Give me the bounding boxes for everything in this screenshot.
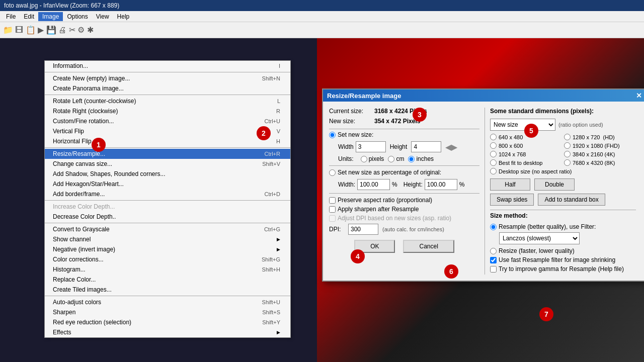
dialog-close-button[interactable]: ✕ bbox=[634, 92, 644, 100]
use-fast-checkbox[interactable] bbox=[490, 257, 497, 263]
dim-640x480-radio[interactable] bbox=[490, 134, 497, 140]
unit-pixels-label[interactable]: pixels bbox=[361, 155, 384, 162]
filter-dropdown[interactable]: Lanczos (slowest) bbox=[499, 232, 580, 244]
current-size-row: Current size: 3168 x 4224 Pixels bbox=[329, 108, 479, 115]
menu-file[interactable]: File bbox=[2, 12, 20, 21]
dim-grid: 640 x 480 644 x 362 (HD) 800 x 600 bbox=[490, 134, 636, 174]
resize-label: Resize (faster, lower quality) bbox=[499, 247, 575, 254]
unit-pixels-radio[interactable] bbox=[361, 156, 367, 162]
menu-change-canvas[interactable]: Change canvas size... Shift+V bbox=[45, 159, 290, 169]
menu-color-corrections[interactable]: Color corrections... Shift+G bbox=[45, 254, 290, 264]
dim-800x600[interactable]: 800 x 600 bbox=[490, 142, 562, 149]
menu-create-panorama[interactable]: Create Panorama image... bbox=[45, 83, 290, 94]
menu-decrease-color[interactable]: Decrease Color Depth.. bbox=[45, 212, 290, 222]
double-button[interactable]: Double bbox=[534, 178, 575, 191]
dim-best-fit[interactable]: Best fit to desktop bbox=[490, 159, 562, 166]
menu-options[interactable]: Options bbox=[63, 12, 92, 21]
menu-vertical-flip[interactable]: Vertical Flip V bbox=[45, 126, 290, 136]
badge-7: 7 bbox=[539, 307, 553, 321]
menu-image[interactable]: Image bbox=[38, 12, 63, 21]
ok-cancel-row: OK Cancel bbox=[329, 240, 479, 253]
resize-radio[interactable] bbox=[490, 248, 497, 254]
height-input[interactable] bbox=[411, 141, 441, 152]
width-input[interactable] bbox=[356, 141, 386, 152]
set-new-size-radio[interactable] bbox=[329, 132, 336, 138]
apply-sharpen-checkbox[interactable] bbox=[329, 206, 336, 213]
pct-width-input[interactable] bbox=[357, 179, 390, 190]
unit-cm-label[interactable]: cm bbox=[388, 155, 404, 162]
set-percentage-radio[interactable] bbox=[329, 169, 336, 176]
size-dropdown[interactable]: New size bbox=[490, 119, 555, 131]
menu-resize-resample[interactable]: Resize/Resample... Ctrl+R bbox=[45, 149, 290, 159]
resample-label: Resample (better quality), use Filter: bbox=[499, 223, 596, 230]
menu-effects[interactable]: Effects bbox=[45, 327, 290, 337]
dim-1024x768[interactable]: 1024 x 768 bbox=[490, 151, 562, 157]
dim-best-fit-radio[interactable] bbox=[490, 159, 497, 166]
dpi-input[interactable] bbox=[348, 224, 378, 235]
dim-7680x4320[interactable]: 7680 x 4320 (8K) bbox=[564, 159, 636, 166]
menu-custom-rotation[interactable]: Custom/Fine rotation... Ctrl+U bbox=[45, 116, 290, 126]
menu-convert-grayscale[interactable]: Convert to Grayscale Ctrl+G bbox=[45, 224, 290, 234]
dim-desktop-no-ratio[interactable]: Desktop size (no aspect ratio) bbox=[490, 168, 636, 174]
menu-red-eye[interactable]: Red eye reduction (selection) Shift+Y bbox=[45, 317, 290, 327]
menu-replace-color[interactable]: Replace Color... bbox=[45, 275, 290, 285]
menu-add-shadow[interactable]: Add Shadow, Shapes, Rounded corners... bbox=[45, 169, 290, 179]
menu-rotate-right[interactable]: Rotate Right (clockwise) R bbox=[45, 106, 290, 116]
half-button[interactable]: Half bbox=[490, 178, 530, 191]
menu-add-hexagon[interactable]: Add Hexagon/Star/Heart... bbox=[45, 179, 290, 189]
separator-1 bbox=[45, 72, 290, 72]
dim-1024x768-radio[interactable] bbox=[490, 151, 497, 157]
toolbar: 📁 🎞 📋 ▶ 💾 🖨 ✂ ⚙ ✱ bbox=[0, 22, 644, 38]
menu-negative[interactable]: Negative (invert image) bbox=[45, 244, 290, 254]
menu-view[interactable]: View bbox=[92, 12, 113, 21]
pct-height-input[interactable] bbox=[425, 179, 457, 190]
menu-auto-adjust[interactable]: Auto-adjust colors Shift+U bbox=[45, 297, 290, 307]
swap-sides-button[interactable]: Swap sides bbox=[490, 194, 534, 206]
dim-644x362-radio[interactable] bbox=[564, 134, 571, 140]
menu-add-border[interactable]: Add border/frame... Ctrl+D bbox=[45, 189, 290, 199]
units-row: Units: pixels cm inches bbox=[338, 155, 479, 162]
separator-3 bbox=[45, 147, 290, 148]
unit-inches-label[interactable]: inches bbox=[408, 155, 434, 162]
unit-inches-radio[interactable] bbox=[408, 156, 415, 162]
dim-1920x1080[interactable]: 1920 x 1080 (FHD) bbox=[564, 142, 636, 149]
badge-4: 4 bbox=[351, 249, 365, 263]
dialog-right-panel: Some standard dimensions (pixels): New s… bbox=[485, 108, 636, 275]
dim-desktop-no-ratio-radio[interactable] bbox=[490, 168, 497, 174]
menu-show-channel[interactable]: Show channel bbox=[45, 234, 290, 244]
menu-help[interactable]: Help bbox=[113, 12, 134, 21]
menu-create-new[interactable]: Create New (empty) image... Shift+N bbox=[45, 73, 290, 83]
adjust-dpi-label: Adjust DPI based on new sizes (asp. rati… bbox=[338, 215, 451, 222]
menu-horizontal-flip[interactable]: Horizontal Flip H bbox=[45, 136, 290, 146]
menu-rotate-left[interactable]: Rotate Left (counter-clockwise) L bbox=[45, 96, 290, 106]
dialog-title: Resize/Resample image bbox=[327, 92, 401, 100]
unit-cm-radio[interactable] bbox=[388, 156, 394, 162]
add-standard-button[interactable]: Add to standard box bbox=[538, 194, 605, 206]
apply-sharpen-row: Apply sharpen after Resample bbox=[329, 206, 479, 213]
dim-800x600-radio[interactable] bbox=[490, 142, 497, 149]
separator-5 bbox=[45, 223, 290, 223]
cancel-button[interactable]: Cancel bbox=[403, 240, 454, 253]
try-improve-checkbox[interactable] bbox=[490, 266, 497, 273]
menu-create-tiled[interactable]: Create Tiled images... bbox=[45, 285, 290, 295]
badge-5: 5 bbox=[524, 124, 538, 138]
menu-edit[interactable]: Edit bbox=[20, 12, 38, 21]
dim-3840x2160-radio[interactable] bbox=[564, 151, 571, 157]
dim-3840x2160[interactable]: 3840 x 2160 (4K) bbox=[564, 151, 636, 157]
menu-information[interactable]: Information... I bbox=[45, 61, 290, 71]
pct-percent-1: % bbox=[392, 181, 397, 188]
toolbar-icons: 📁 🎞 📋 ▶ 💾 🖨 ✂ ⚙ ✱ bbox=[1, 24, 96, 36]
dim-1920x1080-radio[interactable] bbox=[564, 142, 571, 149]
resample-radio[interactable] bbox=[490, 224, 497, 230]
dim-7680x4320-radio[interactable] bbox=[564, 159, 571, 166]
filter-row: Lanczos (slowest) bbox=[499, 232, 636, 244]
dpi-label: DPI: bbox=[329, 226, 344, 233]
dim-644x362[interactable]: 644 x 362 (HD) bbox=[564, 134, 636, 140]
title-bar: foto awal.jpg - IrfanView (Zoom: 667 x 8… bbox=[0, 0, 644, 11]
dropdown-menu: Information... I Create New (empty) imag… bbox=[44, 60, 291, 338]
separator-2 bbox=[45, 95, 290, 95]
apply-sharpen-label: Apply sharpen after Resample bbox=[338, 206, 419, 213]
preserve-aspect-checkbox[interactable] bbox=[329, 197, 336, 204]
menu-sharpen[interactable]: Sharpen Shift+S bbox=[45, 307, 290, 317]
menu-histogram[interactable]: Histogram... Shift+H bbox=[45, 264, 290, 275]
